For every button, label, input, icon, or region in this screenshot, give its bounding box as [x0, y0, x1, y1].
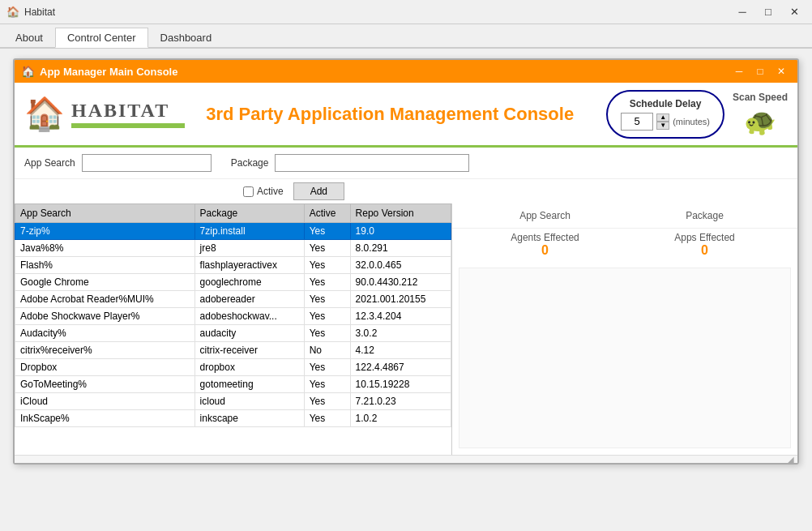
table-cell-active: Yes: [304, 325, 350, 342]
scan-speed-label: Scan Speed: [733, 92, 788, 103]
header-section: 🏠 Habitat 3rd Party Application Manageme…: [15, 83, 797, 148]
table-cell-app: 7-zip%: [15, 223, 195, 240]
table-cell-app: citrix%receiver%: [15, 342, 195, 359]
turtle-icon: 🐢: [744, 106, 776, 137]
table-row[interactable]: InkScape%inkscapeYes1.0.2: [15, 410, 451, 427]
table-cell-package: dropbox: [194, 359, 304, 376]
table-row[interactable]: 7-zip%7zip.installYes19.0: [15, 223, 451, 240]
app-title: Habitat: [24, 6, 731, 18]
right-app-search-label: App Search: [465, 210, 625, 221]
inner-body: 🏠 Habitat 3rd Party Application Manageme…: [15, 83, 797, 463]
table-cell-package: icloud: [194, 393, 304, 410]
schedule-label: Schedule Delay: [630, 98, 702, 109]
tab-dashboard[interactable]: Dashboard: [148, 28, 224, 47]
table-header-row: App Search Package Active Repo Version: [15, 204, 451, 223]
table-cell-app: Audacity%: [15, 325, 195, 342]
app-search-label: App Search: [24, 157, 75, 169]
table-row[interactable]: GoToMeeting%gotomeetingYes10.15.19228: [15, 376, 451, 393]
schedule-area: Schedule Delay ▲ ▼ (minutes): [606, 90, 724, 139]
minimize-button[interactable]: ─: [731, 3, 754, 21]
active-checkbox[interactable]: [243, 186, 254, 197]
right-pane: App Search Package Agents Effected 0 App…: [452, 203, 797, 455]
table-row[interactable]: DropboxdropboxYes122.4.4867: [15, 359, 451, 376]
schedule-delay-input[interactable]: [621, 113, 653, 131]
table-row[interactable]: Java%8%jre8Yes8.0.291: [15, 240, 451, 257]
table-container[interactable]: App Search Package Active Repo Version 7…: [15, 203, 451, 455]
table-cell-package: 7zip.install: [194, 223, 304, 240]
schedule-input-row: ▲ ▼ (minutes): [621, 113, 710, 131]
apps-effected-label: Apps Effected: [674, 232, 735, 243]
table-cell-package: gotomeeting: [194, 376, 304, 393]
table-cell-package: citrix-receiver: [194, 342, 304, 359]
habitat-name: Habitat: [71, 100, 185, 122]
maximize-button[interactable]: □: [757, 3, 780, 21]
inner-window: 🏠 App Manager Main Console ─ □ ✕ 🏠 Habit…: [13, 58, 799, 465]
table-cell-active: Yes: [304, 308, 350, 325]
table-cell-package: jre8: [194, 240, 304, 257]
table-row[interactable]: Audacity%audacityYes3.0.2: [15, 325, 451, 342]
table-cell-package: flashplayeractivex: [194, 257, 304, 274]
main-content: 🏠 App Manager Main Console ─ □ ✕ 🏠 Habit…: [0, 49, 812, 529]
table-row[interactable]: citrix%receiver%citrix-receiverNo4.12: [15, 342, 451, 359]
table-cell-active: Yes: [304, 359, 350, 376]
package-label: Package: [231, 157, 269, 169]
title-bar-controls: ─ □ ✕: [731, 3, 806, 21]
table-cell-app: InkScape%: [15, 410, 195, 427]
table-cell-app: Adobe Acrobat Reader%MUI%: [15, 291, 195, 308]
app-icon: 🏠: [6, 6, 19, 19]
table-row[interactable]: Flash%flashplayeractivexYes32.0.0.465: [15, 257, 451, 274]
habitat-bar: [71, 123, 185, 128]
inner-minimize-button[interactable]: ─: [729, 63, 749, 79]
table-cell-app: Adobe Shockwave Player%: [15, 308, 195, 325]
app-table: App Search Package Active Repo Version 7…: [15, 203, 451, 427]
left-pane: App Search Package Active Repo Version 7…: [15, 203, 452, 455]
table-cell-version: 122.4.4867: [350, 359, 451, 376]
table-row[interactable]: Google ChromegooglechromeYes90.0.4430.21…: [15, 274, 451, 291]
spinner-down-button[interactable]: ▼: [656, 122, 669, 130]
inner-footer: ◢: [15, 455, 797, 463]
inner-close-button[interactable]: ✕: [771, 63, 791, 79]
inner-maximize-button[interactable]: □: [750, 63, 770, 79]
active-checkbox-area: Active Add: [243, 182, 344, 200]
table-cell-active: Yes: [304, 376, 350, 393]
table-cell-active: Yes: [304, 223, 350, 240]
col-header-version: Repo Version: [350, 204, 451, 223]
table-row[interactable]: Adobe Shockwave Player%adobeshockwav...Y…: [15, 308, 451, 325]
tab-control-center[interactable]: Control Center: [55, 28, 148, 48]
right-content-area: [459, 268, 791, 448]
table-cell-app: GoToMeeting%: [15, 376, 195, 393]
inner-title-bar: 🏠 App Manager Main Console ─ □ ✕: [15, 60, 797, 83]
inner-window-title: App Manager Main Console: [40, 66, 729, 78]
add-button[interactable]: Add: [293, 182, 344, 200]
table-cell-active: Yes: [304, 257, 350, 274]
table-cell-version: 19.0: [350, 223, 451, 240]
spinner-up-button[interactable]: ▲: [656, 113, 669, 122]
tab-about[interactable]: About: [3, 28, 55, 47]
tab-bar: About Control Center Dashboard: [0, 24, 812, 49]
col-header-package: Package: [194, 204, 304, 223]
table-cell-app: Java%8%: [15, 240, 195, 257]
console-title: 3rd Party Application Management Console: [201, 104, 606, 125]
app-search-input[interactable]: [82, 154, 212, 172]
table-cell-package: adobeshockwav...: [194, 308, 304, 325]
table-cell-package: audacity: [194, 325, 304, 342]
table-cell-app: iCloud: [15, 393, 195, 410]
table-cell-active: No: [304, 342, 350, 359]
table-cell-active: Yes: [304, 393, 350, 410]
table-cell-package: inkscape: [194, 410, 304, 427]
active-row: Active Add: [15, 179, 797, 203]
col-header-app-search: App Search: [15, 204, 195, 223]
habitat-text: Habitat: [71, 100, 185, 128]
house-icon: 🏠: [24, 95, 65, 133]
package-search-input[interactable]: [275, 154, 469, 172]
resize-handle-icon: ◢: [788, 455, 794, 464]
table-row[interactable]: iCloudicloudYes7.21.0.23: [15, 393, 451, 410]
table-row[interactable]: Adobe Acrobat Reader%MUI%adobereaderYes2…: [15, 291, 451, 308]
table-cell-version: 1.0.2: [350, 410, 451, 427]
table-cell-active: Yes: [304, 240, 350, 257]
table-cell-version: 3.0.2: [350, 325, 451, 342]
agents-effected-label: Agents Effected: [511, 232, 579, 243]
table-cell-version: 8.0.291: [350, 240, 451, 257]
close-button[interactable]: ✕: [783, 3, 806, 21]
right-package-label: Package: [625, 210, 784, 221]
